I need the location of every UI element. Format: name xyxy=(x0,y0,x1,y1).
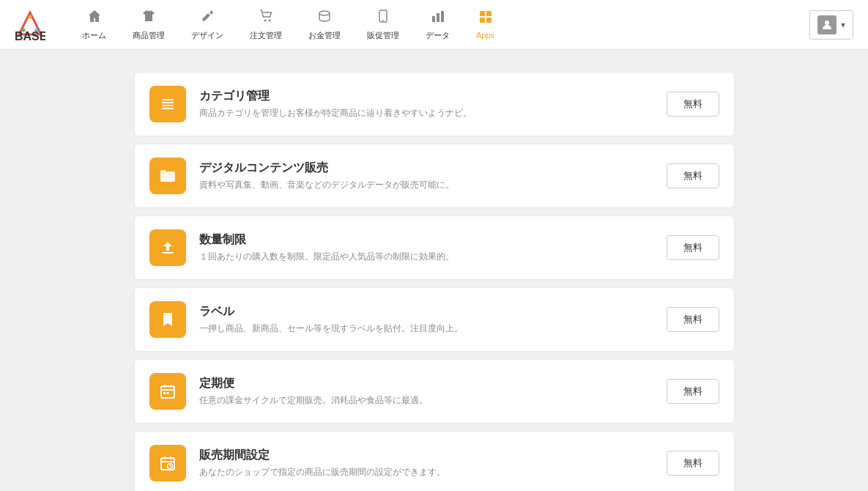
svg-point-5 xyxy=(264,19,267,21)
app-icon-subscription xyxy=(149,373,186,410)
app-info-sale_period: 販売期間設定 あなたのショップで指定の商品に販売期間の設定ができます。 xyxy=(199,448,667,479)
nav-apps-label: Apps xyxy=(476,31,494,40)
app-btn-label[interactable]: 無料 xyxy=(667,307,719,332)
nav-money[interactable]: お金管理 xyxy=(295,0,354,50)
svg-rect-27 xyxy=(163,392,166,394)
svg-point-6 xyxy=(269,19,271,21)
app-desc-quantity: １回あたりの購入数を制限。限定品や人気品等の制限に効果的。 xyxy=(199,251,667,263)
app-name-quantity: 数量制限 xyxy=(199,232,667,248)
app-btn-digital[interactable]: 無料 xyxy=(667,163,719,188)
nav-products-label: 商品管理 xyxy=(133,30,165,41)
app-info-quantity: 数量制限 １回あたりの購入数を制限。限定品や人気品等の制限に効果的。 xyxy=(199,232,667,263)
navbar: BASE ホーム 商品管理 デザイン 注文管理 xyxy=(0,0,868,50)
svg-text:BASE: BASE xyxy=(15,30,45,40)
phone-icon xyxy=(376,9,390,27)
app-info-digital: デジタルコンテンツ販売 資料や写真集、動画、音楽などのデジタルデータが販売可能に… xyxy=(199,160,667,191)
app-icon-digital xyxy=(149,158,186,194)
svg-rect-10 xyxy=(432,16,435,22)
svg-point-1 xyxy=(29,15,32,18)
nav-right: ▾ xyxy=(809,10,853,40)
app-info-label: ラベル 一押し商品、新商品、セール等を現すラベルを貼付。注目度向上。 xyxy=(199,304,667,335)
user-avatar xyxy=(817,15,837,34)
app-btn-sale_period[interactable]: 無料 xyxy=(667,451,719,476)
app-card-category: カテゴリ管理 商品カテゴリを管理しお客様が特定商品に辿り着きやすいようナビ。 無… xyxy=(134,72,735,136)
logo[interactable]: BASE xyxy=(15,10,47,40)
nav-design-label: デザイン xyxy=(191,30,223,41)
svg-rect-13 xyxy=(480,11,485,16)
nav-data-label: データ xyxy=(426,30,450,41)
svg-rect-14 xyxy=(486,11,492,16)
app-card-quantity: 数量制限 １回あたりの購入数を制限。限定品や人気品等の制限に効果的。 無料 xyxy=(134,215,735,280)
app-info-subscription: 定期便 任意の課金サイクルで定期販売。消耗品や食品等に最適。 xyxy=(199,376,667,407)
app-name-category: カテゴリ管理 xyxy=(199,89,667,104)
svg-rect-15 xyxy=(480,18,485,23)
nav-products[interactable]: 商品管理 xyxy=(119,0,178,50)
svg-point-17 xyxy=(825,21,829,25)
svg-rect-11 xyxy=(437,13,439,22)
nav-home[interactable]: ホーム xyxy=(69,0,119,50)
svg-point-7 xyxy=(319,11,330,15)
nav-items: ホーム 商品管理 デザイン 注文管理 お金管理 xyxy=(69,0,809,50)
main-content: カテゴリ管理 商品カテゴリを管理しお客様が特定商品に辿り着きやすいようナビ。 無… xyxy=(105,50,764,491)
chevron-down-icon: ▾ xyxy=(841,20,845,30)
nav-promotion[interactable]: 販促管理 xyxy=(354,0,412,50)
app-btn-quantity[interactable]: 無料 xyxy=(667,235,719,260)
nav-orders-label: 注文管理 xyxy=(250,30,282,41)
app-icon-category xyxy=(149,86,186,122)
tshirt-icon xyxy=(141,9,156,27)
app-desc-sale_period: あなたのショップで指定の商品に販売期間の設定ができます。 xyxy=(199,466,667,479)
app-icon-quantity xyxy=(149,229,186,266)
home-icon xyxy=(87,9,102,27)
app-name-sale_period: 販売期間設定 xyxy=(199,448,667,463)
app-name-label: ラベル xyxy=(199,304,667,320)
nav-apps[interactable]: Apps xyxy=(463,0,508,50)
app-icon-label xyxy=(149,301,186,338)
chart-icon xyxy=(431,9,445,27)
user-button[interactable]: ▾ xyxy=(809,10,853,40)
app-card-label: ラベル 一押し商品、新商品、セール等を現すラベルを貼付。注目度向上。 無料 xyxy=(134,287,735,352)
svg-rect-16 xyxy=(486,18,492,23)
svg-rect-28 xyxy=(166,392,168,394)
app-card-digital: デジタルコンテンツ販売 資料や写真集、動画、音楽などのデジタルデータが販売可能に… xyxy=(134,144,735,208)
app-list: カテゴリ管理 商品カテゴリを管理しお客様が特定商品に辿り着きやすいようナビ。 無… xyxy=(134,72,735,491)
app-icon-sale_period xyxy=(149,445,186,481)
app-btn-category[interactable]: 無料 xyxy=(667,92,719,117)
app-info-category: カテゴリ管理 商品カテゴリを管理しお客様が特定商品に辿り着きやすいようナビ。 xyxy=(199,89,667,119)
app-desc-category: 商品カテゴリを管理しお客様が特定商品に辿り着きやすいようナビ。 xyxy=(199,107,667,119)
nav-design[interactable]: デザイン xyxy=(178,0,237,50)
nav-promotion-label: 販促管理 xyxy=(367,30,399,41)
app-card-subscription: 定期便 任意の課金サイクルで定期販売。消耗品や食品等に最適。 無料 xyxy=(134,359,735,424)
nav-data[interactable]: データ xyxy=(412,0,463,50)
paint-icon xyxy=(200,9,215,27)
svg-point-9 xyxy=(382,20,384,21)
nav-money-label: お金管理 xyxy=(308,30,341,41)
app-name-subscription: 定期便 xyxy=(199,376,667,391)
nav-orders[interactable]: 注文管理 xyxy=(237,0,295,50)
nav-home-label: ホーム xyxy=(82,30,106,41)
cart-icon xyxy=(259,9,273,27)
app-desc-label: 一押し商品、新商品、セール等を現すラベルを貼付。注目度向上。 xyxy=(199,322,667,335)
app-desc-digital: 資料や写真集、動画、音楽などのデジタルデータが販売可能に。 xyxy=(199,179,667,191)
svg-rect-22 xyxy=(162,252,174,254)
app-card-sale_period: 販売期間設定 あなたのショップで指定の商品に販売期間の設定ができます。 無料 xyxy=(134,431,735,491)
app-desc-subscription: 任意の課金サイクルで定期販売。消耗品や食品等に最適。 xyxy=(199,394,667,407)
app-name-digital: デジタルコンテンツ販売 xyxy=(199,160,667,176)
svg-rect-12 xyxy=(441,11,444,22)
app-btn-subscription[interactable]: 無料 xyxy=(667,379,719,404)
money-icon xyxy=(317,9,332,27)
apps-icon xyxy=(478,10,493,28)
